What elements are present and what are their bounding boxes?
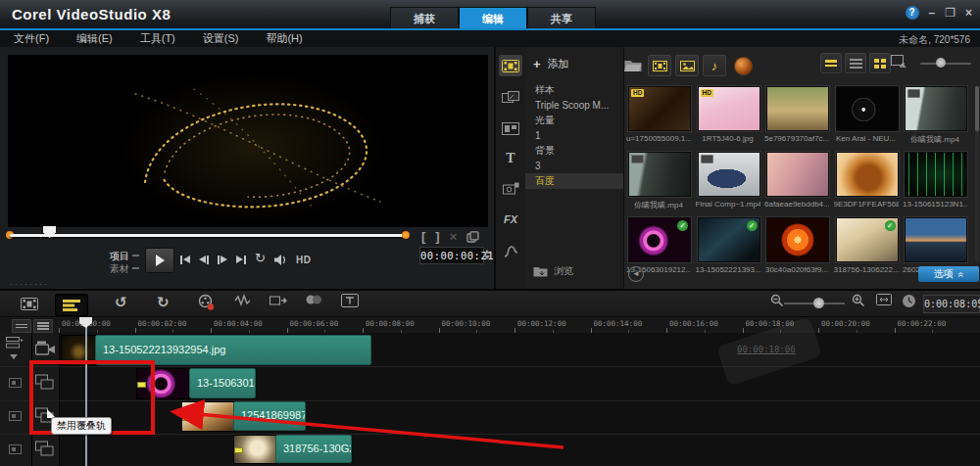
folder-item[interactable]: 光量 bbox=[525, 113, 623, 128]
media-item[interactable]: HD u=1750055009,1... bbox=[626, 86, 695, 152]
play-button[interactable] bbox=[145, 248, 174, 273]
folder-item[interactable]: Triple Scoop M... bbox=[525, 98, 623, 114]
grid-view-button[interactable] bbox=[869, 53, 891, 73]
filter-videos-button[interactable] bbox=[648, 55, 671, 76]
thumbnail-size-knob[interactable] bbox=[936, 58, 946, 68]
timeline-clip-overlay2[interactable]: 125418699876 bbox=[233, 401, 306, 431]
overlay3-mini-icon[interactable] bbox=[9, 444, 22, 454]
previous-frame-button[interactable] bbox=[199, 256, 209, 264]
add-folder-button[interactable]: + 添加 bbox=[533, 57, 569, 71]
media-item[interactable]: HD 1RT5J40-6.jpg bbox=[696, 86, 764, 152]
timeline-timecode[interactable]: 0:00:08:05 bbox=[923, 295, 980, 313]
end-button[interactable] bbox=[236, 256, 246, 264]
preview-timecode[interactable]: 00:00:00:21 bbox=[419, 247, 484, 264]
back-icon[interactable]: ◄ bbox=[628, 266, 644, 282]
minimize-icon[interactable]: – bbox=[929, 6, 936, 20]
fit-timeline-icon[interactable] bbox=[876, 294, 892, 305]
track-view-toggle-icon[interactable] bbox=[12, 319, 31, 333]
thumbnail-view-button[interactable] bbox=[820, 53, 842, 73]
zoom-in-icon[interactable] bbox=[852, 294, 865, 307]
folder-item[interactable]: 百度 bbox=[525, 173, 623, 189]
repeat-icon[interactable]: ↻ bbox=[255, 251, 266, 265]
track-view-toggle2-icon[interactable] bbox=[33, 319, 53, 333]
workspace-tab[interactable]: 共享 bbox=[527, 7, 596, 30]
redo-button[interactable]: ↻ bbox=[157, 294, 170, 311]
undo-button[interactable]: ↺ bbox=[115, 294, 127, 311]
workspace-tab[interactable]: 捕获 bbox=[390, 7, 459, 30]
folder-item[interactable]: 1 bbox=[525, 128, 623, 144]
overlay-track-3-icon[interactable] bbox=[35, 441, 56, 456]
library-scrollbar-thumb[interactable] bbox=[975, 86, 979, 131]
list-view-button[interactable] bbox=[845, 53, 866, 73]
media-item[interactable]: 你瞒我瞒.mp4 bbox=[903, 86, 971, 152]
menu-item[interactable]: 设置(S) bbox=[189, 31, 253, 46]
media-item[interactable]: 9E3DF1FFEAF568... bbox=[834, 152, 903, 217]
timeline-clip-overlay3[interactable]: 318756-130G222 bbox=[275, 435, 352, 463]
motion-path-category-icon[interactable] bbox=[499, 241, 522, 262]
record-capture-icon[interactable] bbox=[198, 294, 215, 310]
trim-end-handle[interactable] bbox=[402, 231, 410, 239]
timeline-zoom-knob[interactable] bbox=[813, 298, 824, 308]
media-item[interactable]: 30c40a020f63f9... bbox=[764, 217, 833, 283]
zoom-out-icon[interactable] bbox=[770, 294, 784, 307]
filter-audio-button[interactable]: ♪ bbox=[703, 55, 726, 76]
media-item[interactable]: ✓ 318756-1306222... bbox=[834, 217, 903, 283]
import-media-icon[interactable] bbox=[891, 55, 907, 69]
track-effects-icon[interactable] bbox=[305, 294, 322, 305]
close-icon[interactable]: × bbox=[965, 6, 972, 20]
help-icon[interactable]: ? bbox=[906, 6, 919, 20]
folder-item[interactable]: 样本 bbox=[525, 82, 623, 98]
media-item[interactable]: 你瞒我瞒.mp4 bbox=[626, 152, 695, 217]
folder-item[interactable]: 3 bbox=[525, 159, 623, 174]
folder-item[interactable]: 背景 bbox=[525, 143, 623, 159]
volume-icon[interactable] bbox=[274, 255, 287, 265]
media-item[interactable]: 13-150615123N1... bbox=[903, 152, 971, 217]
ripple-edit-icon[interactable] bbox=[270, 294, 287, 307]
media-item[interactable]: Final Comp~1.mp4 bbox=[696, 152, 764, 217]
transition-category-icon[interactable] bbox=[499, 87, 522, 109]
mark-out-button[interactable]: ] bbox=[435, 229, 439, 244]
storyboard-view-button[interactable] bbox=[14, 294, 45, 314]
media-item[interactable]: ✓ 13-15052221393... bbox=[696, 217, 764, 283]
menu-item[interactable]: 编辑(E) bbox=[63, 31, 126, 46]
timeline-clip-overlay1[interactable]: 13-150630192 bbox=[189, 368, 256, 398]
menu-item[interactable]: 工具(T) bbox=[126, 31, 189, 46]
filter-photos-button[interactable] bbox=[675, 55, 699, 76]
timecode-stepper[interactable] bbox=[484, 247, 492, 262]
track-expand-caret-icon[interactable] bbox=[10, 354, 18, 359]
delete-clip-icon[interactable]: × bbox=[450, 229, 458, 244]
hd-toggle[interactable]: HD bbox=[296, 255, 311, 265]
thumbnail-size-slider[interactable] bbox=[920, 63, 971, 65]
clip-mode-label[interactable]: 素材 bbox=[110, 258, 139, 276]
title-category-icon[interactable]: T bbox=[499, 148, 522, 169]
media-item[interactable]: 5e79679370af7c... bbox=[764, 86, 833, 152]
timeline-ruler[interactable]: 00:00:00:00 00:00:02:00 00:00:04:00 00:0… bbox=[59, 317, 980, 334]
workspace-tab[interactable]: 编辑 bbox=[459, 7, 527, 30]
library-360-icon[interactable] bbox=[734, 57, 753, 75]
video-track-icon[interactable] bbox=[35, 341, 56, 356]
restore-icon[interactable]: ❐ bbox=[945, 6, 956, 20]
media-category-icon[interactable] bbox=[499, 55, 522, 76]
subtitle-editor-icon[interactable] bbox=[341, 294, 359, 307]
preview-video[interactable] bbox=[8, 55, 488, 227]
overlay1-mini-icon[interactable] bbox=[9, 378, 22, 388]
clock-duration-icon[interactable] bbox=[902, 294, 916, 308]
menu-item[interactable]: 帮助(H) bbox=[252, 31, 316, 46]
split-clip-icon[interactable] bbox=[466, 231, 479, 243]
track-manager-icon[interactable] bbox=[6, 337, 24, 350]
options-button[interactable]: 选项 « bbox=[918, 266, 979, 282]
home-button[interactable] bbox=[180, 256, 190, 264]
overlay-category-icon[interactable] bbox=[499, 117, 522, 139]
filter-category-icon[interactable]: FX bbox=[499, 209, 522, 230]
open-folder-icon[interactable] bbox=[624, 60, 642, 72]
sound-mixer-icon[interactable] bbox=[234, 294, 251, 307]
browse-button[interactable]: 浏览 bbox=[533, 264, 573, 278]
menu-item[interactable]: 文件(F) bbox=[0, 31, 63, 46]
media-item[interactable]: Ken Arai - NEU... bbox=[834, 86, 903, 152]
overlay2-mini-icon[interactable] bbox=[9, 411, 22, 421]
timeline-view-button[interactable] bbox=[55, 294, 88, 316]
graphics-category-icon[interactable] bbox=[499, 177, 522, 199]
next-frame-button[interactable] bbox=[218, 256, 227, 264]
panel-splitter[interactable]: ········ bbox=[10, 279, 49, 289]
seek-bar[interactable] bbox=[10, 234, 406, 237]
